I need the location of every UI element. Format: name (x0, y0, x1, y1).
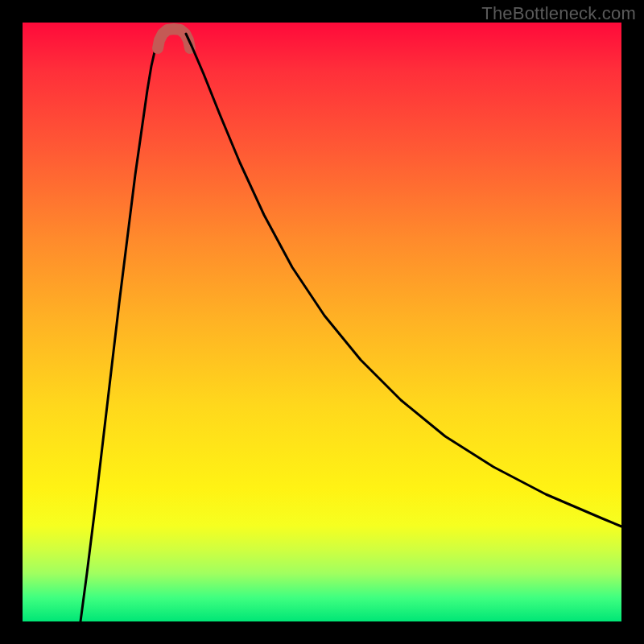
watermark-text: TheBottleneck.com (481, 3, 636, 24)
series-curve-left (80, 34, 162, 621)
plot-area (23, 23, 621, 621)
series-trough-marker (158, 29, 190, 48)
chart-frame: TheBottleneck.com (0, 0, 644, 644)
curve-svg (23, 23, 621, 621)
series-curve-right (186, 34, 621, 526)
